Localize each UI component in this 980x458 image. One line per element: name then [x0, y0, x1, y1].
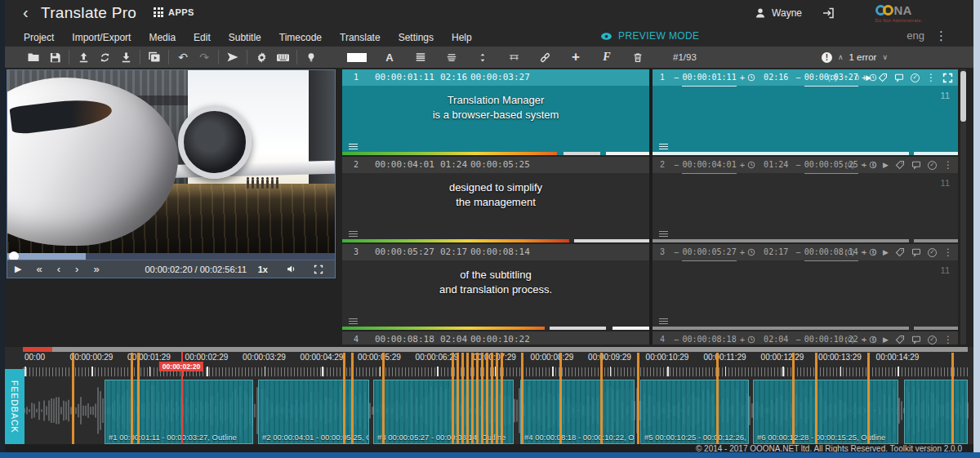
shot-change-marker[interactable] [486, 353, 488, 444]
keyboard-shortcuts-button[interactable] [272, 48, 293, 66]
user-menu[interactable]: Wayne [754, 7, 802, 20]
font-style-button[interactable]: A [379, 48, 400, 66]
tc-in-clock-icon[interactable] [747, 248, 755, 256]
tc-in-plus-button[interactable]: + [738, 244, 746, 260]
list-scrollbar[interactable] [960, 69, 966, 345]
undo-button[interactable]: ↶ [172, 48, 194, 66]
tag-icon[interactable] [878, 73, 888, 82]
menu-edit[interactable]: Edit [185, 30, 220, 45]
delete-subtitle-button[interactable] [627, 48, 648, 66]
shot-change-marker[interactable] [471, 353, 474, 444]
tc-in-minus-button[interactable]: − [672, 69, 680, 86]
menu-translate[interactable]: Translate [331, 30, 390, 45]
tc-in-plus-button[interactable]: + [738, 157, 746, 173]
step-back-button[interactable]: ‹ [50, 263, 68, 275]
tc-out-minus-button[interactable]: − [794, 244, 802, 260]
tc-in[interactable]: 00:00:08:18 [682, 331, 736, 345]
row-kebab-icon[interactable]: ⋮ [943, 157, 953, 173]
shot-change-marker[interactable] [716, 353, 719, 444]
tc-in-clock-icon[interactable] [747, 73, 755, 82]
menu-timecode[interactable]: Timecode [270, 30, 331, 45]
window-right-edge[interactable] [973, 0, 980, 458]
playhead-timecode-label[interactable]: 00:00:02:20 [159, 362, 203, 371]
tc-in-clock-icon[interactable] [747, 336, 755, 344]
shot-change-marker[interactable] [461, 353, 464, 444]
approve-icon[interactable]: ✓ [928, 336, 937, 345]
target-row-body[interactable]: 11 [653, 173, 958, 242]
shot-change-marker[interactable] [521, 353, 523, 444]
row-play-icon[interactable]: ▶ [883, 331, 889, 345]
target-row-header[interactable]: 2 − 00:00:04:01 + 01:24 − 00:00:05:25 + … [653, 157, 958, 173]
tc-in[interactable]: 00:00:05:27 [682, 244, 736, 261]
sync-button[interactable] [94, 48, 115, 66]
save-button[interactable] [44, 48, 65, 66]
tc-in-minus-button[interactable]: − [672, 157, 680, 173]
offset-minus[interactable]: − [861, 244, 866, 260]
source-row-header[interactable]: 1 00:00:01:11 02:16 00:00:03:27 [342, 69, 649, 86]
suggestion-bulb-button[interactable] [301, 48, 322, 66]
target-subtitle-row[interactable]: 1 − 00:00:01:11 + 02:16 − 00:00:03:27 + … [653, 69, 958, 155]
source-subtitle-row[interactable]: 3 00:00:05:27 02:17 00:00:08:14 of the s… [342, 244, 649, 330]
ooona-logo[interactable]: NA Do Not Administrate. [875, 3, 923, 23]
back-button[interactable]: ‹ [23, 3, 29, 22]
tc-out-minus-button[interactable]: − [794, 157, 802, 173]
tc-in[interactable]: 00:00:01:11 [682, 69, 736, 87]
tc-out-minus-button[interactable]: − [794, 69, 802, 86]
tc-in[interactable]: 00:00:04:01 [682, 157, 736, 174]
fullscreen-icon[interactable] [314, 265, 323, 274]
source-subtitle-row[interactable]: 2 00:00:04:01 01:24 00:00:05:25 designed… [342, 157, 649, 242]
format-button[interactable]: F [596, 48, 617, 66]
approve-icon[interactable]: ✓ [911, 73, 920, 82]
caret-down-icon[interactable]: ∨ [882, 53, 888, 61]
shot-change-marker[interactable] [867, 353, 870, 444]
target-subtitle-row[interactable]: 2 − 00:00:04:01 + 01:24 − 00:00:05:25 + … [653, 157, 958, 242]
source-row-body[interactable]: designed to simplifythe management [342, 173, 649, 242]
source-row-header[interactable]: 2 00:00:04:01 01:24 00:00:05:25 [342, 157, 649, 173]
add-subtitle-button[interactable]: + [565, 48, 586, 66]
timeline-subtitle-block[interactable]: #4 00:00:08:18 - 00:00:10:22, Outline [520, 380, 635, 444]
offset-minus[interactable]: − [861, 157, 866, 173]
row-play-icon[interactable]: ▶ [883, 244, 889, 260]
shot-change-marker[interactable] [792, 353, 795, 444]
box-style-button[interactable] [346, 48, 368, 66]
tc-in-plus-button[interactable]: + [738, 69, 746, 86]
open-project-button[interactable] [23, 48, 44, 66]
timeline-scrollbar[interactable] [23, 347, 968, 352]
shot-change-marker[interactable] [457, 353, 459, 444]
tc-in-plus-button[interactable]: + [738, 331, 746, 345]
comment-icon[interactable] [911, 335, 921, 345]
overflow-menu-icon[interactable]: ⋮ [935, 29, 947, 43]
video-copy-button[interactable] [144, 48, 165, 66]
comment-icon[interactable] [894, 73, 904, 82]
shot-change-marker[interactable] [382, 353, 385, 444]
source-subtitle-row[interactable]: 4 00:00:08:18 02:04 00:00:10:22 [342, 331, 649, 345]
row-kebab-icon[interactable]: ⋮ [926, 69, 936, 86]
shot-change-marker[interactable] [951, 353, 954, 444]
shot-change-marker[interactable] [815, 353, 817, 444]
fast-forward-button[interactable]: » [86, 263, 106, 275]
row-kebab-icon[interactable]: ⋮ [943, 331, 953, 345]
error-dropdown[interactable]: ! ∧ 1 error ∨ [822, 52, 888, 63]
target-row-body[interactable]: 11 [653, 86, 958, 155]
shot-change-marker[interactable] [343, 353, 345, 444]
step-forward-button[interactable]: › [68, 263, 86, 275]
tag-icon[interactable] [895, 335, 905, 345]
logout-icon[interactable] [822, 7, 835, 20]
row-play-icon[interactable]: ▶ [883, 157, 889, 173]
target-row-body[interactable]: 11 [653, 260, 958, 330]
vertical-position-button[interactable] [472, 48, 493, 66]
shot-change-marker[interactable] [452, 353, 454, 444]
volume-icon[interactable] [286, 264, 297, 274]
seek-bar[interactable] [7, 253, 335, 260]
offset-minus[interactable]: − [861, 331, 866, 345]
timeline-scrollbar-position[interactable] [23, 347, 52, 352]
audio-timeline[interactable]: 00:0000:00:00:2900:00:01:2900:00:02:2900… [5, 347, 973, 444]
tc-in-minus-button[interactable]: − [672, 331, 680, 345]
shot-change-marker[interactable] [466, 353, 469, 444]
timeline-subtitle-block[interactable]: #6 00:00:12:28 - 00:00:15:25, Outline [753, 380, 898, 444]
shot-change-marker[interactable] [351, 353, 354, 444]
shot-change-marker[interactable] [476, 353, 479, 444]
redo-button[interactable]: ↷ [194, 48, 215, 66]
target-row-header[interactable]: 1 − 00:00:01:11 + 02:16 − 00:00:03:27 + … [653, 69, 958, 86]
tc-in-minus-button[interactable]: − [672, 244, 680, 260]
